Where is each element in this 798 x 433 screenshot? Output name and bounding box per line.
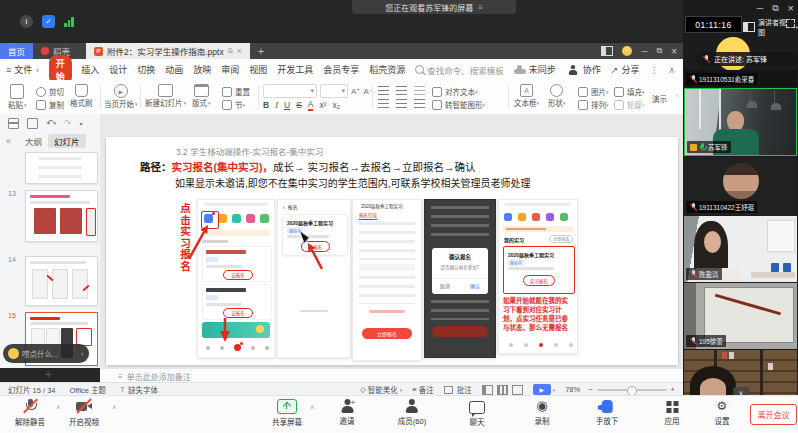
italic-button[interactable]: I bbox=[275, 100, 278, 110]
zoom-in-button[interactable]: + bbox=[671, 385, 675, 394]
superscript-button[interactable]: x² bbox=[319, 100, 326, 110]
new-tab-button[interactable]: + bbox=[250, 43, 272, 59]
menu-transition[interactable]: 切换 bbox=[137, 63, 155, 76]
section-button[interactable]: 节▾ bbox=[222, 99, 245, 110]
reset-button[interactable]: 重置 bbox=[222, 86, 250, 97]
zoom-slider[interactable] bbox=[597, 389, 667, 391]
menu-docer-resources[interactable]: 稻壳资源 bbox=[369, 63, 405, 76]
start-video-button[interactable]: 开启视频 bbox=[69, 399, 99, 427]
layout-settings-icon[interactable] bbox=[601, 46, 613, 56]
share-options-caret[interactable]: ∧ bbox=[310, 403, 314, 410]
shield-icon[interactable]: ✓ bbox=[42, 15, 55, 28]
theme-name[interactable]: Office 主题 bbox=[70, 384, 107, 395]
slide-canvas[interactable]: 3.2 学生移动端操作-实习报名-集中实习 路径：实习报名(集中实习)，成长→ … bbox=[106, 137, 678, 365]
line-spacing-icon[interactable] bbox=[414, 99, 425, 108]
outline-button[interactable]: 轮廓▾ bbox=[614, 99, 645, 110]
bullet-list-icon[interactable] bbox=[378, 86, 389, 95]
notes-toggle[interactable]: ≡备注 bbox=[412, 384, 433, 395]
smart-beautify-button[interactable]: ◇智能美化▾ bbox=[360, 384, 402, 395]
ribbon-scroll-icon[interactable]: ‹ bbox=[676, 92, 678, 99]
font-family-select[interactable]: ▾ bbox=[263, 84, 317, 98]
font-size-select[interactable]: ▾ bbox=[320, 84, 348, 98]
align-text-button[interactable]: 对齐文本▾ bbox=[432, 86, 478, 97]
sorter-view-icon[interactable] bbox=[497, 385, 508, 395]
search-input[interactable]: 查找命令、搜索模板 bbox=[415, 64, 504, 76]
wps-restore-icon[interactable]: ⧉ bbox=[656, 46, 662, 56]
info-icon[interactable]: i bbox=[20, 15, 33, 28]
video-tile-partial[interactable]: 1911310531俞采春 bbox=[684, 70, 797, 87]
picture-button[interactable]: 图片▾ bbox=[578, 86, 609, 97]
zoom-level[interactable]: 78% bbox=[565, 385, 580, 394]
save-icon[interactable] bbox=[8, 118, 19, 129]
font-color-button[interactable]: A bbox=[308, 99, 314, 111]
video-tile-partial-bottom[interactable]: ∨ bbox=[684, 350, 797, 395]
share-screen-button[interactable]: 共享屏幕 bbox=[272, 399, 302, 427]
menu-slideshow[interactable]: 放映 bbox=[193, 63, 211, 76]
redo-button[interactable]: ↷ bbox=[64, 118, 72, 128]
wps-minimize-icon[interactable]: ─ bbox=[641, 46, 647, 56]
apps-button[interactable]: 应用 bbox=[665, 399, 680, 426]
align-center-icon[interactable] bbox=[396, 99, 407, 108]
hand-down-button[interactable]: 手放下 bbox=[596, 399, 619, 426]
network-signal-icon[interactable] bbox=[64, 17, 74, 27]
shapes-button[interactable]: 形状▾ bbox=[548, 84, 566, 108]
video-tile-5[interactable]: 195徐蕾 bbox=[684, 283, 797, 349]
collapse-videos-button[interactable]: ∨ bbox=[733, 387, 749, 395]
share-button[interactable]: ↗分享 bbox=[611, 63, 640, 76]
camera-options-caret[interactable]: ∧ bbox=[112, 403, 116, 410]
present-button[interactable]: 演示 bbox=[652, 93, 667, 104]
settings-button[interactable]: ⚙ 设置 bbox=[715, 399, 730, 426]
add-slide-button[interactable]: + bbox=[44, 366, 52, 382]
format-painter-button[interactable]: 格式刷 bbox=[70, 84, 93, 108]
menu-devtools[interactable]: 开发工具 bbox=[277, 63, 313, 76]
collapse-chat-icon[interactable]: ‹ bbox=[81, 349, 84, 359]
tab-slides[interactable]: 幻灯片 bbox=[48, 134, 86, 148]
menu-review[interactable]: 审阅 bbox=[221, 63, 239, 76]
reading-view-icon[interactable] bbox=[512, 385, 523, 395]
wps-close-icon[interactable]: × bbox=[671, 46, 677, 57]
members-button[interactable]: 成员(60) bbox=[398, 399, 426, 426]
split-view-icon[interactable]: ⧉ bbox=[228, 47, 233, 55]
bold-button[interactable]: B bbox=[263, 100, 269, 110]
banner-menu-icon[interactable]: ≡ bbox=[478, 3, 483, 12]
window-restore-icon[interactable]: ⧉ bbox=[772, 3, 778, 14]
quickbar-more-icon[interactable]: ▾ bbox=[80, 120, 83, 127]
play-from-page-button[interactable]: ▶ 当页开始▾ bbox=[104, 84, 138, 109]
slide-thumbnail-12[interactable] bbox=[25, 152, 98, 184]
smart-graphic-button[interactable]: 转智能图形▾ bbox=[432, 99, 485, 110]
unmute-button[interactable]: 解除静音 bbox=[15, 399, 45, 427]
copy-button[interactable]: 复制 bbox=[36, 99, 64, 110]
menu-design[interactable]: 设计 bbox=[109, 63, 127, 76]
more-menu-icon[interactable]: ⋮ bbox=[649, 65, 658, 75]
new-slide-button[interactable]: 新建幻灯片▾ bbox=[145, 84, 186, 108]
underline-button[interactable]: U bbox=[284, 100, 290, 110]
normal-view-icon[interactable] bbox=[482, 385, 493, 395]
video-tile-avatar[interactable]: 1911310422王妤珉 bbox=[684, 157, 797, 215]
window-close-icon[interactable]: × bbox=[788, 2, 794, 14]
layout-button[interactable]: 版式▾ bbox=[192, 84, 211, 108]
vip-avatar[interactable] bbox=[622, 46, 632, 56]
video-tile-speaker[interactable]: 苏军锋 bbox=[684, 88, 797, 156]
menu-animation[interactable]: 动画 bbox=[165, 63, 183, 76]
invite-button[interactable]: + 邀请 bbox=[340, 399, 355, 426]
export-icon[interactable] bbox=[27, 118, 38, 129]
cut-button[interactable]: 剪切 bbox=[36, 86, 64, 97]
fill-button[interactable]: 填充▾ bbox=[614, 86, 645, 97]
menu-view[interactable]: 视图 bbox=[249, 63, 267, 76]
collapse-panel-icon[interactable]: « bbox=[6, 136, 11, 146]
slide-thumbnail-13[interactable] bbox=[25, 190, 98, 242]
play-options-caret[interactable]: ▾ bbox=[553, 387, 556, 393]
video-tile-4[interactable]: 陈盈清 bbox=[684, 216, 797, 282]
mic-options-caret[interactable]: ∧ bbox=[56, 403, 60, 410]
number-list-icon[interactable] bbox=[396, 86, 407, 95]
menu-insert[interactable]: 插入 bbox=[81, 63, 99, 76]
fullscreen-icon[interactable] bbox=[786, 19, 795, 28]
indent-icon[interactable] bbox=[414, 86, 425, 95]
tab-outline[interactable]: 大纲 bbox=[25, 135, 42, 147]
missing-font-warning[interactable]: T缺失字体 bbox=[120, 384, 158, 395]
window-minimize-icon[interactable]: ─ bbox=[757, 3, 763, 13]
collaborate-button[interactable]: 协作 bbox=[566, 63, 601, 77]
zoom-out-button[interactable]: − bbox=[588, 385, 592, 394]
chat-quick-input[interactable]: 唠点什么... ‹ bbox=[3, 344, 89, 363]
sync-status[interactable]: 未同步 bbox=[514, 63, 556, 76]
